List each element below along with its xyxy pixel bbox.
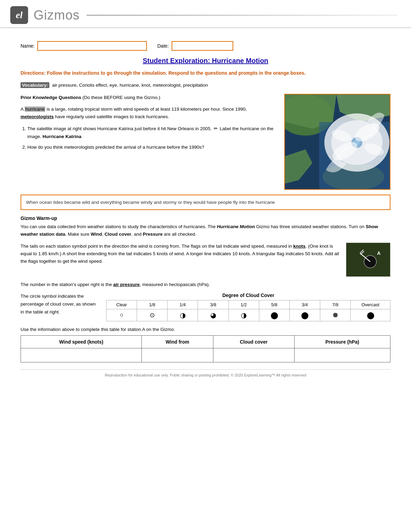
date-input[interactable] [172, 41, 233, 51]
cloud-cover-table: Clear 1/8 1/4 3/8 1/2 5/8 3/4 7/8 Overca… [106, 300, 390, 321]
col-wind-speed: Wind speed (knots) [21, 335, 142, 348]
warmup-para2: The tails on each station symbol point i… [21, 243, 339, 265]
cloud-cover-left-text: The circle symbol indicates the percenta… [21, 293, 96, 316]
warmup-heading: Gizmo Warm-up [21, 215, 390, 221]
name-group: Name: [21, 41, 147, 51]
col-pressure: Pressure (hPa) [294, 335, 390, 348]
warmup-para3: The number in the station's upper right … [21, 281, 390, 288]
name-label: Name: [21, 43, 35, 49]
answer-box-q2[interactable]: When ocean tides became wild and everyth… [21, 195, 390, 210]
knots-word: knots [293, 244, 306, 249]
station-a-data-row [21, 348, 390, 362]
header-divider [87, 15, 397, 16]
station-a-table: Wind speed (knots) Wind from Cloud cover… [21, 335, 390, 362]
pk-questions: The satellite image at right shows Hurri… [27, 125, 277, 151]
pk-intro: A hurricane is a large, rotating tropica… [21, 106, 277, 121]
vocabulary-line: Vocabulary: air pressure, Coriolis effec… [21, 82, 390, 89]
col-7-8: 7/8 [320, 300, 350, 309]
pk-heading: Prior Knowledge Questions [21, 95, 81, 100]
cloud-bold: Cloud cover [104, 232, 131, 237]
page-title: Student Exploration: Hurricane Motion [21, 57, 390, 65]
station-a-wind-speed[interactable] [21, 348, 142, 362]
col-clear: Clear [107, 300, 137, 309]
symbol-clear: ○ [107, 309, 137, 321]
warmup-bottom: The tails on each station symbol point i… [21, 243, 390, 277]
station-a-pressure[interactable] [294, 348, 390, 362]
symbol-1-2: ◑ [228, 309, 259, 321]
prior-knowledge-text: Prior Knowledge Questions (Do these BEFO… [21, 94, 277, 155]
col-1-2: 1/2 [228, 300, 259, 309]
date-group: Date: [157, 41, 233, 51]
col-3-8: 3/8 [198, 300, 228, 309]
symbol-1-4: ◑ [167, 309, 198, 321]
col-overcast: Overcast [351, 300, 390, 309]
cloud-symbol-row: ○ ⊙ ◑ ◕ ◑ ⬤ ⬤ ⏺ ⬤ [107, 309, 390, 321]
date-label: Date: [157, 43, 169, 49]
warmup-para1: You can use data collected from weather … [21, 223, 390, 238]
show-weather-bold: Show weather station data [21, 224, 378, 237]
logo-icon: el [16, 10, 23, 21]
prior-knowledge-section: Prior Knowledge Questions (Do these BEFO… [21, 94, 390, 190]
col-5-8: 5/8 [259, 300, 289, 309]
symbol-7-8: ⏺ [320, 309, 350, 321]
col-wind-from: Wind from [142, 335, 213, 348]
hurricane-katrina-label: Hurricane Katrina [42, 134, 81, 139]
hurricane-motion-italic: Hurricane Motion [217, 224, 255, 229]
cloud-cover-section: The circle symbol indicates the percenta… [21, 293, 390, 321]
col-1-8: 1/8 [137, 300, 167, 309]
col-cloud-cover: Cloud cover [213, 335, 294, 348]
main-content: Name: Date: Student Exploration: Hurrica… [0, 32, 411, 387]
svg-text:A: A [377, 250, 381, 256]
vocabulary-label: Vocabulary: [21, 82, 49, 88]
pk-heading-sub: (Do these BEFORE using the Gizmo.) [81, 95, 160, 100]
meteorologists-word: meteorologists [21, 114, 54, 119]
symbol-3-4: ⬤ [289, 309, 320, 321]
symbol-3-8: ◕ [198, 309, 228, 321]
air-pressure-word: air pressure [113, 282, 139, 287]
col-1-4: 1/4 [167, 300, 198, 309]
station-table-header-row: Wind speed (knots) Wind from Cloud cover… [21, 335, 390, 348]
col-3-4: 3/4 [289, 300, 320, 309]
brand-name: Gizmos [34, 8, 80, 23]
wind-bold: Wind [91, 232, 102, 237]
pk-question-1: The satellite image at right shows Hurri… [27, 125, 277, 141]
cloud-cover-right: Degree of Cloud Cover Clear 1/8 1/4 3/8 … [106, 293, 390, 321]
symbol-overcast: ⬤ [351, 309, 390, 321]
station-a-wind-from[interactable] [142, 348, 213, 362]
vocabulary-terms: air pressure, Coriolis effect, eye, hurr… [52, 83, 208, 88]
name-input[interactable] [37, 41, 147, 51]
station-a-cloud-cover[interactable] [213, 348, 294, 362]
cloud-table-title: Degree of Cloud Cover [106, 293, 390, 298]
pressure-bold: Pressure [143, 232, 163, 237]
station-a-image: A [346, 243, 390, 277]
symbol-1-8: ⊙ [137, 309, 167, 321]
footer: Reproduction for educational use only. P… [21, 369, 390, 381]
pk-question-2: How do you think meteorologists predicte… [27, 144, 277, 151]
name-date-row: Name: Date: [21, 41, 390, 51]
pencil-icon: ✏ [214, 125, 218, 133]
hurricane-satellite-image [284, 94, 390, 190]
station-intro: Use the information above to complete th… [21, 327, 390, 332]
logo-box: el [10, 6, 28, 24]
symbol-5-8: ⬤ [259, 309, 289, 321]
directions-text: Directions: Follow the instructions to g… [21, 70, 390, 77]
page-header: el Gizmos [0, 0, 411, 28]
hurricane-word: hurricane [25, 107, 45, 112]
cloud-table-header-row: Clear 1/8 1/4 3/8 1/2 5/8 3/4 7/8 Overca… [107, 300, 390, 309]
